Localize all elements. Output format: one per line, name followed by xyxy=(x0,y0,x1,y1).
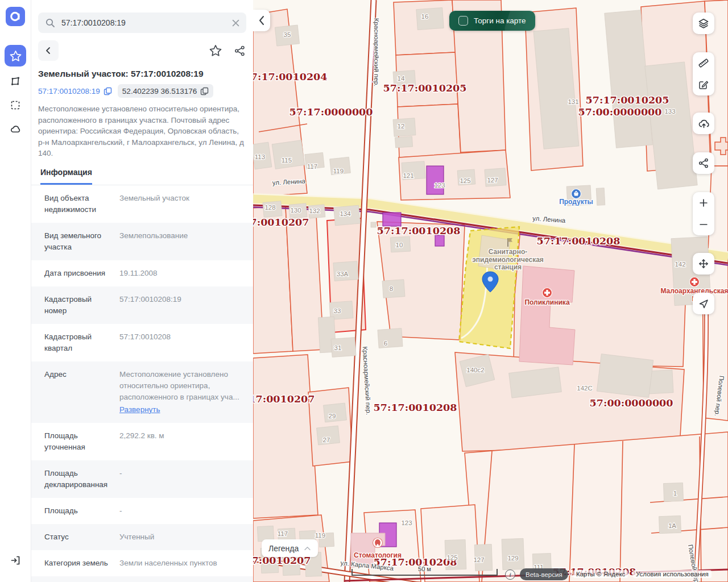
map-info-icon[interactable]: i xyxy=(505,569,515,580)
draw-tools-group xyxy=(693,52,714,95)
chevron-up-icon xyxy=(304,546,311,551)
info-row-label: Вид земельного участка xyxy=(44,230,119,253)
search-input[interactable] xyxy=(60,18,227,28)
edit-button[interactable] xyxy=(693,74,714,95)
info-row-label: Кадастровый номер xyxy=(44,294,119,317)
building-number-label: 14 xyxy=(398,75,405,82)
torgi-checkbox[interactable] xyxy=(458,16,468,26)
clear-search-icon[interactable] xyxy=(232,19,239,27)
select-area-icon xyxy=(10,99,21,111)
tab-information[interactable]: Информация xyxy=(40,168,92,185)
locate-button[interactable] xyxy=(693,293,714,314)
app-logo[interactable] xyxy=(6,7,25,26)
zoom-in-button[interactable] xyxy=(693,192,714,214)
sidebar-item-exit[interactable] xyxy=(5,550,26,571)
building-number-label: 130 xyxy=(290,207,301,214)
edit-icon xyxy=(698,79,709,90)
navigation-arrow-icon xyxy=(698,298,709,309)
highlighted-parcel xyxy=(383,213,401,226)
copy-icon[interactable] xyxy=(104,87,112,95)
building-number-label: 132 xyxy=(309,207,320,214)
building-number-label: 33 xyxy=(334,307,341,314)
sidebar-item-select-area[interactable] xyxy=(5,94,26,116)
cadastral-quarter-label: 57:00:0000000 xyxy=(578,106,662,118)
share-map-button[interactable] xyxy=(693,152,714,174)
icon-rail xyxy=(0,0,31,582)
torgi-toggle[interactable]: Торги на карте xyxy=(449,11,535,31)
coordinates-chip[interactable]: 52.402239 36.513176 xyxy=(118,84,213,98)
cadastral-quarter-label: 57:17:0010207 xyxy=(253,217,309,228)
building-number-label: 127 xyxy=(473,556,484,563)
poi-label: Санитарно- xyxy=(489,248,528,256)
terms-of-use-link[interactable]: Условия использования xyxy=(633,570,712,578)
map-canvas[interactable]: 57:17:001020457:17:001020557:17:00000005… xyxy=(253,0,728,582)
building-number-label: 119 xyxy=(333,168,344,174)
building-number-label: 128 xyxy=(264,204,275,211)
cloud-upload-icon xyxy=(698,118,710,130)
expand-link[interactable]: Развернуть xyxy=(119,404,245,415)
info-row-label: Дата присвоения xyxy=(44,268,119,279)
sidebar-item-cloud[interactable] xyxy=(5,118,26,140)
search-bar xyxy=(38,13,246,33)
building-number-label: 8 xyxy=(390,285,393,292)
building-number-label: 127 xyxy=(487,177,498,184)
sidebar-item-favorites[interactable] xyxy=(5,45,26,66)
cadastral-quarter-label: 57:17:0010205 xyxy=(383,82,467,94)
beta-badge: Beta-версия xyxy=(520,568,568,580)
plus-icon xyxy=(698,198,709,208)
tabs: Информация xyxy=(31,167,253,185)
info-row: Вид объекта недвижимостиЗемельный участо… xyxy=(31,185,253,223)
building xyxy=(371,222,376,227)
zoom-control xyxy=(693,192,714,235)
zoom-out-button[interactable] xyxy=(693,214,714,235)
info-panel: Земельный участок: 57:17:0010208:19 57:1… xyxy=(31,0,253,582)
back-button[interactable] xyxy=(38,40,59,61)
building-number-label: 1А xyxy=(668,522,676,529)
building-number-label: 115 xyxy=(282,157,292,164)
star-icon xyxy=(10,50,22,62)
info-row-label: Адрес xyxy=(44,369,119,415)
building-number-label: 12 xyxy=(398,123,405,130)
page-title: Земельный участок: 57:17:0010208:19 xyxy=(38,69,246,79)
share-icon[interactable] xyxy=(233,44,246,57)
shop-icon xyxy=(572,189,581,199)
torgi-label: Торги на карте xyxy=(474,16,526,25)
tooth-icon xyxy=(373,538,383,548)
sidebar-item-polygon-tool[interactable] xyxy=(5,70,26,92)
building-number-label: 125 xyxy=(446,554,457,561)
info-row-label: Площадь уточненная xyxy=(44,430,119,453)
poi-label: станция xyxy=(494,263,522,271)
building-number-label: 133 xyxy=(664,108,675,115)
info-row: Площадь декларированная- xyxy=(31,460,253,498)
info-table: Вид объекта недвижимостиЗемельный участо… xyxy=(31,185,253,582)
building-number-label: 123 xyxy=(401,519,412,526)
chevron-left-icon xyxy=(258,15,266,26)
building-number-label: 6 xyxy=(384,340,387,347)
legend-label: Легенда xyxy=(268,544,299,553)
collapse-panel-button[interactable] xyxy=(253,10,270,31)
info-row-value: - xyxy=(119,505,245,517)
building-number-label: 117 xyxy=(278,530,288,537)
panel-header xyxy=(38,40,246,61)
building-number-label: 123 xyxy=(434,182,445,189)
favorite-icon[interactable] xyxy=(209,44,222,57)
building xyxy=(272,140,305,169)
legend-button[interactable]: Легенда xyxy=(262,539,318,557)
polygon-tool-icon xyxy=(10,76,21,87)
measure-button[interactable] xyxy=(693,52,714,74)
info-row-value: 2,292.2 кв. м xyxy=(119,430,245,453)
copy-icon[interactable] xyxy=(200,87,209,95)
building xyxy=(502,538,524,569)
building-number-label: 121 xyxy=(403,172,413,179)
minus-icon xyxy=(698,219,709,230)
layers-icon xyxy=(698,18,709,30)
building xyxy=(382,280,405,298)
info-row-label: Площадь декларированная xyxy=(44,468,119,490)
pan-button[interactable] xyxy=(693,253,714,275)
layers-button[interactable] xyxy=(693,13,714,34)
cadastral-number-chip[interactable]: 57:17:0010208:19 xyxy=(38,87,112,95)
info-row-label: Вид объекта недвижимости xyxy=(44,193,119,215)
upload-button[interactable] xyxy=(693,113,714,134)
search-icon xyxy=(45,18,55,28)
info-row-value: 57:17:0010208 xyxy=(119,331,245,354)
